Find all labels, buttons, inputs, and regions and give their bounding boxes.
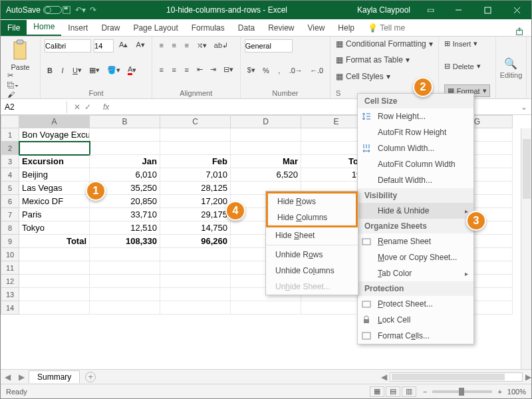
zoom-out-button[interactable]: −: [423, 388, 427, 396]
font-color-icon[interactable]: A▾: [125, 65, 139, 76]
decrease-decimal-icon[interactable]: ←.0: [307, 65, 326, 76]
ribbon-options-icon[interactable]: ▭: [417, 5, 444, 15]
font-name-input[interactable]: [45, 39, 91, 53]
sheet-tab-summary[interactable]: Summary: [29, 370, 80, 383]
name-box[interactable]: [1, 101, 67, 113]
accounting-icon[interactable]: $▾: [245, 65, 258, 76]
save-icon[interactable]: [62, 5, 71, 15]
row-13[interactable]: 13: [1, 288, 19, 301]
row-4[interactable]: 4: [1, 168, 19, 182]
select-all-corner[interactable]: [1, 115, 19, 128]
cancel-formula-icon[interactable]: ✕: [74, 102, 80, 112]
align-top-icon[interactable]: ≡: [156, 39, 167, 51]
menu-move-copy[interactable]: Move or Copy Sheet...: [358, 249, 473, 265]
fx-icon[interactable]: fx: [98, 102, 114, 112]
zoom-percent[interactable]: 100%: [507, 388, 526, 396]
menu-format-cells[interactable]: Format Cells...: [358, 328, 473, 344]
row-2[interactable]: 2: [1, 142, 19, 155]
zoom-in-button[interactable]: +: [497, 388, 501, 396]
tab-draw[interactable]: Draw: [94, 20, 126, 36]
menu-unhide-columns[interactable]: Unhide Columns: [266, 263, 358, 279]
paste-icon[interactable]: [11, 39, 30, 63]
increase-decimal-icon[interactable]: .0→: [287, 65, 305, 76]
tab-help[interactable]: Help: [331, 20, 361, 36]
merge-center-icon[interactable]: ⊟▾: [221, 64, 236, 76]
format-painter-icon[interactable]: 🖌: [7, 90, 36, 98]
col-C[interactable]: C: [160, 115, 231, 128]
copy-icon[interactable]: ⿻▾: [7, 81, 36, 89]
insert-cells-button[interactable]: ⊞Insert ▾: [444, 39, 490, 48]
undo-icon[interactable]: ↶▾: [75, 5, 86, 15]
menu-hide-unhide[interactable]: Hide & Unhide: [358, 203, 473, 219]
number-format-select[interactable]: [245, 39, 293, 53]
wrap-text-icon[interactable]: ab↲: [211, 39, 231, 51]
tab-data[interactable]: Data: [231, 20, 261, 36]
align-middle-icon[interactable]: ≡: [169, 39, 180, 51]
find-select-icon[interactable]: 🔍: [504, 57, 517, 70]
autosave-control[interactable]: AutoSave: [6, 5, 62, 15]
fill-color-icon[interactable]: 🪣▾: [104, 65, 123, 76]
tab-view[interactable]: View: [301, 20, 332, 36]
bold-button[interactable]: B: [45, 65, 55, 76]
menu-hide-rows[interactable]: Hide Rows: [268, 194, 356, 209]
row-10[interactable]: 10: [1, 248, 19, 261]
align-right-icon[interactable]: ≡: [182, 64, 192, 76]
add-sheet-button[interactable]: +: [85, 372, 96, 382]
row-7[interactable]: 7: [1, 208, 19, 221]
row-12[interactable]: 12: [1, 275, 19, 288]
menu-protect-sheet[interactable]: Protect Sheet...: [358, 296, 473, 312]
tab-formulas[interactable]: Formulas: [185, 20, 231, 36]
tell-me[interactable]: 💡 Tell me: [361, 20, 412, 36]
active-cell[interactable]: [19, 142, 90, 155]
row-14[interactable]: 14: [1, 301, 19, 315]
scroll-left-icon[interactable]: ◀: [381, 372, 390, 382]
shrink-font-icon[interactable]: A▾: [133, 39, 147, 53]
tab-review[interactable]: Review: [261, 20, 301, 36]
italic-button[interactable]: I: [57, 65, 68, 76]
col-B[interactable]: B: [90, 115, 160, 128]
menu-tab-color[interactable]: Tab Color: [358, 265, 473, 281]
font-size-input[interactable]: [94, 39, 114, 53]
menu-autofit-row[interactable]: AutoFit Row Height: [358, 124, 473, 140]
col-D[interactable]: D: [231, 115, 301, 128]
underline-button[interactable]: U▾: [70, 65, 84, 76]
horizontal-scrollbar[interactable]: [390, 372, 523, 382]
percent-icon[interactable]: %: [260, 65, 272, 76]
scroll-right-icon[interactable]: ▶: [525, 372, 531, 382]
share-icon[interactable]: [515, 27, 525, 36]
menu-autofit-col[interactable]: AutoFit Column Width: [358, 156, 473, 172]
menu-lock-cell[interactable]: Lock Cell: [358, 312, 473, 328]
cut-icon[interactable]: ✂: [7, 71, 36, 80]
decrease-indent-icon[interactable]: ⇤: [194, 64, 205, 76]
menu-hide-columns[interactable]: Hide Columns: [268, 209, 356, 225]
close-button[interactable]: [502, 1, 531, 19]
menu-hide-sheet[interactable]: Hide Sheet: [266, 227, 358, 243]
comma-icon[interactable]: ,: [274, 65, 285, 76]
menu-unhide-rows[interactable]: Unhide Rows: [266, 247, 358, 263]
orientation-icon[interactable]: ⤭▾: [194, 39, 209, 51]
row-5[interactable]: 5: [1, 182, 19, 195]
minimize-button[interactable]: [444, 1, 473, 19]
view-page-break-icon[interactable]: ▥: [402, 386, 416, 397]
row-6[interactable]: 6: [1, 195, 19, 208]
tab-file[interactable]: File: [1, 20, 27, 36]
conditional-formatting-button[interactable]: ▦Conditional Formatting ▾: [336, 39, 433, 49]
view-normal-icon[interactable]: ▦: [370, 386, 384, 397]
menu-row-height[interactable]: Row Height...: [358, 108, 473, 124]
tab-insert[interactable]: Insert: [61, 20, 94, 36]
next-sheet-icon[interactable]: ▶: [15, 372, 29, 382]
grow-font-icon[interactable]: A▴: [116, 39, 130, 53]
menu-rename-sheet[interactable]: Rename Sheet: [358, 233, 473, 249]
border-icon[interactable]: ▦▾: [86, 65, 102, 76]
row-11[interactable]: 11: [1, 261, 19, 275]
col-A[interactable]: A: [19, 115, 90, 128]
tab-page-layout[interactable]: Page Layout: [126, 20, 184, 36]
row-9[interactable]: 9: [1, 235, 19, 248]
vertical-scrollbar[interactable]: [521, 128, 531, 369]
expand-formula-icon[interactable]: ⌄: [517, 102, 531, 112]
menu-default-width[interactable]: Default Width...: [358, 172, 473, 188]
maximize-button[interactable]: [473, 1, 502, 19]
zoom-slider[interactable]: [432, 390, 492, 393]
autosave-toggle-icon[interactable]: [43, 6, 62, 14]
cell[interactable]: Bon Voyage Excursions: [19, 128, 90, 142]
